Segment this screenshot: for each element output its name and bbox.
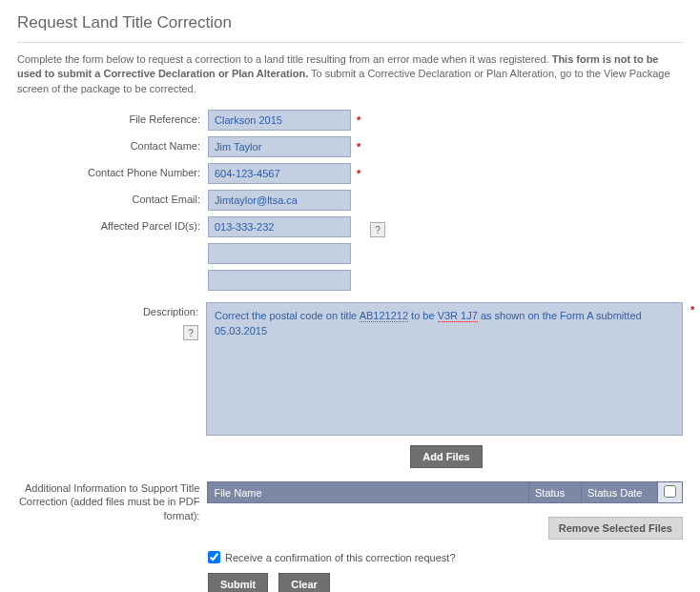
label-description: Description: ? — [17, 302, 206, 317]
label-contact-phone: Contact Phone Number: — [17, 163, 208, 178]
description-textarea[interactable]: Correct the postal code on title AB12121… — [206, 302, 683, 436]
desc-text: Correct the postal code on title — [215, 310, 360, 321]
parcel-id-input-1[interactable] — [208, 216, 351, 237]
files-table: File Name Status Status Date — [207, 481, 683, 503]
col-select-all[interactable] — [658, 482, 683, 503]
confirmation-label: Receive a confirmation of this correctio… — [225, 552, 456, 563]
col-status-date[interactable]: Status Date — [582, 482, 658, 503]
confirmation-checkbox[interactable] — [208, 551, 220, 563]
col-status[interactable]: Status — [529, 482, 582, 503]
add-files-button[interactable]: Add Files — [410, 445, 483, 468]
submit-button[interactable]: Submit — [208, 573, 268, 592]
clear-button[interactable]: Clear — [278, 573, 330, 592]
required-asterisk: * — [690, 304, 694, 316]
desc-underline: AB121212 — [360, 310, 408, 322]
label-parcel-ids: Affected Parcel ID(s): — [17, 216, 208, 232]
label-contact-name: Contact Name: — [17, 136, 208, 152]
required-asterisk: * — [357, 141, 360, 153]
required-asterisk: * — [357, 168, 360, 179]
label-additional-info: Additional Information to Support Title … — [17, 481, 207, 522]
parcel-id-input-3[interactable] — [208, 270, 351, 291]
divider — [17, 42, 683, 43]
label-description-text: Description: — [143, 306, 198, 317]
intro-text: Complete the form below to request a cor… — [17, 52, 683, 96]
required-asterisk: * — [357, 114, 360, 126]
intro-part1: Complete the form below to request a cor… — [17, 53, 552, 65]
contact-phone-input[interactable] — [208, 163, 351, 184]
label-file-reference: File Reference: — [17, 110, 208, 125]
parcel-id-input-2[interactable] — [208, 243, 351, 264]
contact-email-input[interactable] — [208, 190, 351, 211]
help-icon[interactable]: ? — [183, 325, 198, 340]
desc-underline: V3R 1J7 — [438, 310, 478, 322]
label-contact-email: Contact Email: — [17, 190, 208, 205]
file-reference-input[interactable] — [208, 110, 351, 131]
contact-name-input[interactable] — [208, 136, 351, 157]
col-filename[interactable]: File Name — [208, 482, 529, 503]
page-title: Request Land Title Correction — [17, 13, 683, 32]
remove-selected-files-button[interactable]: Remove Selected Files — [548, 517, 683, 540]
select-all-checkbox[interactable] — [664, 485, 676, 498]
help-icon[interactable]: ? — [370, 222, 385, 237]
desc-text: to be — [408, 310, 438, 321]
